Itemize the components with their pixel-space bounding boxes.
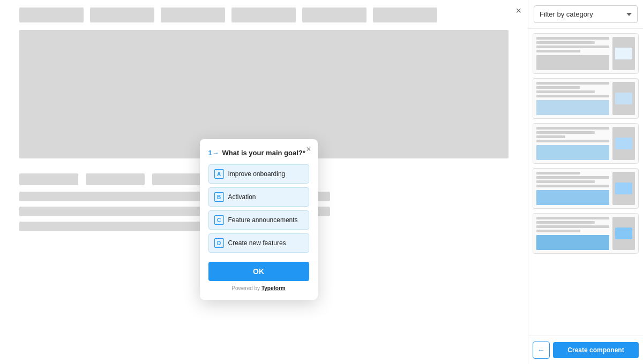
tpl-line bbox=[536, 131, 595, 134]
tpl-line bbox=[536, 135, 565, 138]
powered-by: Powered by Typeform bbox=[208, 285, 309, 291]
tpl-inner-box bbox=[615, 183, 632, 194]
tpl-block bbox=[536, 235, 609, 250]
modal-question: 1→ What is your main goal?* bbox=[208, 149, 309, 157]
option-c-letter: C bbox=[214, 215, 224, 225]
tpl-inner-box bbox=[615, 48, 632, 59]
template-preview-right-2 bbox=[612, 82, 635, 115]
tab-skeleton-3 bbox=[161, 7, 225, 22]
content-block-2 bbox=[86, 173, 145, 185]
tpl-line bbox=[536, 180, 595, 183]
right-bottom: ← Create component bbox=[528, 336, 643, 364]
template-card-1[interactable] bbox=[533, 33, 639, 74]
option-b-letter: B bbox=[214, 192, 224, 202]
tpl-inner-box bbox=[615, 93, 632, 104]
option-a-text: Improve onboarding bbox=[228, 170, 286, 178]
tpl-block bbox=[536, 55, 609, 70]
tpl-line bbox=[536, 172, 580, 175]
ok-button[interactable]: OK bbox=[208, 262, 309, 281]
option-d-letter: D bbox=[214, 238, 224, 248]
option-b-text: Activation bbox=[228, 193, 256, 201]
tpl-line bbox=[536, 95, 609, 97]
tpl-line bbox=[536, 86, 580, 89]
option-a-letter: A bbox=[214, 169, 224, 179]
tab-skeleton-6 bbox=[373, 7, 437, 22]
template-card-3[interactable] bbox=[533, 123, 639, 164]
modal-close-button[interactable]: × bbox=[306, 145, 311, 154]
tpl-inner-box bbox=[615, 138, 632, 149]
tpl-line bbox=[536, 230, 580, 232]
tpl-line bbox=[536, 41, 595, 44]
create-component-button[interactable]: Create component bbox=[553, 342, 639, 358]
option-d-text: Create new features bbox=[228, 239, 286, 247]
tpl-line bbox=[536, 185, 609, 187]
tpl-line bbox=[536, 176, 609, 179]
typeform-link[interactable]: Typeform bbox=[261, 285, 286, 291]
template-preview-left-5 bbox=[536, 217, 609, 250]
tpl-line bbox=[536, 127, 609, 130]
template-preview-left-2 bbox=[536, 82, 609, 115]
template-preview-left-4 bbox=[536, 172, 609, 205]
right-panel: Filter by category Onboarding Activation… bbox=[528, 0, 643, 364]
tpl-line bbox=[536, 221, 595, 224]
template-card-4[interactable] bbox=[533, 168, 639, 209]
left-panel: × × 1→ What is your main goal?* A Impro bbox=[0, 0, 528, 364]
tpl-line bbox=[536, 37, 609, 40]
tpl-block bbox=[536, 145, 609, 160]
tpl-line bbox=[536, 140, 609, 142]
template-card-2[interactable] bbox=[533, 78, 639, 119]
back-button[interactable]: ← bbox=[533, 342, 550, 359]
tpl-line bbox=[536, 217, 609, 219]
tpl-line bbox=[536, 225, 609, 228]
tab-row bbox=[0, 0, 528, 30]
option-d-button[interactable]: D Create new features bbox=[208, 233, 309, 253]
tpl-block bbox=[536, 190, 609, 205]
tpl-line bbox=[536, 50, 580, 52]
option-b-button[interactable]: B Activation bbox=[208, 187, 309, 207]
tpl-inner-box bbox=[615, 228, 632, 239]
option-c-text: Feature announcements bbox=[228, 216, 298, 224]
template-preview-right-4 bbox=[612, 172, 635, 205]
template-card-5[interactable] bbox=[533, 213, 639, 254]
tab-skeleton-4 bbox=[231, 7, 296, 22]
template-preview-right-1 bbox=[612, 37, 635, 70]
template-preview-right-5 bbox=[612, 217, 635, 250]
modal-overlay: × 1→ What is your main goal?* A Improve … bbox=[200, 139, 318, 300]
option-c-button[interactable]: C Feature announcements bbox=[208, 210, 309, 230]
close-button[interactable]: × bbox=[515, 5, 521, 17]
tab-skeleton-1 bbox=[19, 7, 84, 22]
back-icon: ← bbox=[537, 346, 545, 354]
template-list bbox=[528, 29, 643, 336]
template-preview-left-3 bbox=[536, 127, 609, 160]
tpl-line bbox=[536, 90, 595, 93]
template-preview-left-1 bbox=[536, 37, 609, 70]
filter-select[interactable]: Filter by category Onboarding Activation… bbox=[534, 5, 638, 23]
tpl-line bbox=[536, 82, 609, 85]
question-text: What is your main goal?* bbox=[222, 149, 305, 157]
tpl-block bbox=[536, 100, 609, 115]
tpl-line bbox=[536, 46, 609, 48]
filter-top: Filter by category Onboarding Activation… bbox=[528, 0, 643, 29]
content-block-1 bbox=[19, 173, 78, 185]
option-a-button[interactable]: A Improve onboarding bbox=[208, 164, 309, 184]
question-number: 1→ bbox=[208, 149, 220, 157]
tab-skeleton-2 bbox=[90, 7, 154, 22]
template-preview-right-3 bbox=[612, 127, 635, 160]
tab-skeleton-5 bbox=[302, 7, 367, 22]
